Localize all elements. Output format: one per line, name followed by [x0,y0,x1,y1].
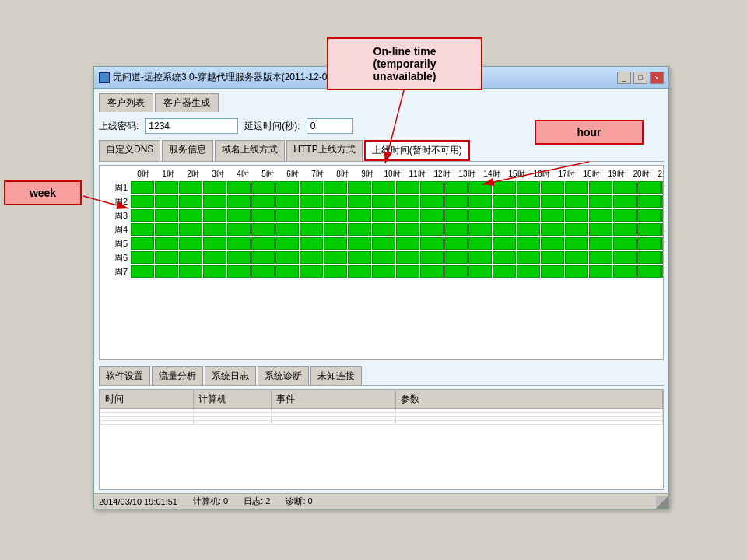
schedule-cell[interactable] [227,181,251,194]
schedule-cell[interactable] [300,195,323,208]
schedule-cell[interactable] [179,195,202,208]
schedule-cell[interactable] [517,251,540,264]
schedule-cell[interactable] [420,209,444,222]
schedule-cell[interactable] [131,195,154,208]
schedule-cell[interactable] [613,237,637,250]
schedule-cell[interactable] [324,237,347,250]
schedule-cell[interactable] [251,223,275,236]
tab-client-gen[interactable]: 客户器生成 [155,93,219,112]
schedule-cell[interactable] [589,181,612,194]
schedule-cell[interactable] [155,251,178,264]
schedule-cell[interactable] [589,237,612,250]
schedule-cell[interactable] [589,265,612,278]
schedule-cell[interactable] [300,237,323,250]
schedule-cell[interactable] [420,265,444,278]
schedule-cell[interactable] [565,209,588,222]
schedule-cell[interactable] [396,195,419,208]
schedule-cell[interactable] [468,223,492,236]
schedule-cell[interactable] [493,251,516,264]
schedule-cell[interactable] [179,251,202,264]
schedule-cell[interactable] [251,181,275,194]
schedule-cell[interactable] [203,265,226,278]
schedule-cell[interactable] [468,209,492,222]
schedule-cell[interactable] [396,223,419,236]
schedule-cell[interactable] [300,251,323,264]
schedule-cell[interactable] [493,195,516,208]
schedule-cell[interactable] [300,209,323,222]
schedule-cell[interactable] [131,181,154,194]
schedule-cell[interactable] [300,181,323,194]
schedule-cell[interactable] [396,237,419,250]
schedule-cell[interactable] [468,195,492,208]
maximize-button[interactable]: □ [633,72,647,84]
schedule-cell[interactable] [420,237,444,250]
schedule-cell[interactable] [420,181,444,194]
schedule-cell[interactable] [493,223,516,236]
schedule-cell[interactable] [348,251,371,264]
schedule-cell[interactable] [131,223,154,236]
schedule-cell[interactable] [661,209,664,222]
schedule-cell[interactable] [300,223,323,236]
schedule-cell[interactable] [275,251,299,264]
schedule-cell[interactable] [444,195,468,208]
schedule-cell[interactable] [131,251,154,264]
schedule-cell[interactable] [468,237,492,250]
schedule-cell[interactable] [637,181,661,194]
schedule-cell[interactable] [348,181,371,194]
schedule-cell[interactable] [541,195,564,208]
schedule-cell[interactable] [493,209,516,222]
schedule-cell[interactable] [541,209,564,222]
schedule-cell[interactable] [324,251,347,264]
schedule-cell[interactable] [493,265,516,278]
schedule-cell[interactable] [203,223,226,236]
schedule-cell[interactable] [275,237,299,250]
schedule-cell[interactable] [155,237,178,250]
resize-corner[interactable] [656,496,668,509]
schedule-cell[interactable] [227,251,251,264]
schedule-cell[interactable] [565,223,588,236]
schedule-cell[interactable] [324,265,347,278]
schedule-cell[interactable] [541,181,564,194]
schedule-cell[interactable] [565,195,588,208]
schedule-cell[interactable] [493,237,516,250]
schedule-cell[interactable] [661,237,664,250]
schedule-cell[interactable] [155,209,178,222]
bottom-tab-diag[interactable]: 系统诊断 [258,366,309,385]
subtab-online-time[interactable]: 上线时间(暂时不可用) [364,140,470,161]
schedule-cell[interactable] [324,195,347,208]
schedule-cell[interactable] [637,237,661,250]
schedule-cell[interactable] [179,265,202,278]
schedule-cell[interactable] [541,237,564,250]
schedule-cell[interactable] [179,181,202,194]
password-input[interactable] [145,118,238,134]
schedule-cell[interactable] [131,265,154,278]
schedule-cell[interactable] [420,223,444,236]
schedule-cell[interactable] [589,251,612,264]
schedule-cell[interactable] [444,251,468,264]
schedule-cell[interactable] [589,223,612,236]
schedule-cell[interactable] [661,195,664,208]
schedule-cell[interactable] [251,209,275,222]
schedule-cell[interactable] [179,223,202,236]
schedule-cell[interactable] [275,181,299,194]
bottom-tab-traffic[interactable]: 流量分析 [152,366,203,385]
bottom-tab-unknown[interactable]: 未知连接 [310,366,362,385]
schedule-cell[interactable] [444,237,468,250]
schedule-cell[interactable] [155,265,178,278]
schedule-cell[interactable] [131,209,154,222]
schedule-cell[interactable] [348,265,371,278]
schedule-cell[interactable] [541,265,564,278]
schedule-cell[interactable] [251,195,275,208]
schedule-cell[interactable] [155,223,178,236]
subtab-http[interactable]: HTTP上线方式 [286,140,362,161]
schedule-cell[interactable] [396,265,419,278]
schedule-cell[interactable] [517,209,540,222]
schedule-cell[interactable] [444,223,468,236]
schedule-cell[interactable] [420,195,444,208]
schedule-cell[interactable] [324,181,347,194]
schedule-cell[interactable] [348,237,371,250]
tab-client-list[interactable]: 客户列表 [99,93,153,112]
schedule-cell[interactable] [203,251,226,264]
schedule-cell[interactable] [444,181,468,194]
schedule-cell[interactable] [637,265,661,278]
